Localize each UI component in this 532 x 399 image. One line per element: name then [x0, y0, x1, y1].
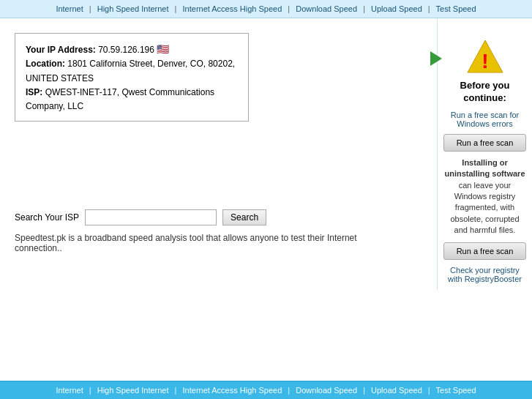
top-nav-sep-3: |: [288, 4, 290, 13]
ip-value: 70.59.126.196: [98, 45, 154, 55]
top-nav-sep-4: |: [363, 4, 365, 13]
top-nav-sep-1: |: [89, 4, 91, 13]
top-nav-sep-5: |: [428, 4, 430, 13]
bottom-nav-access[interactable]: Internet Access High Speed: [183, 386, 282, 395]
location-label: Location:: [26, 59, 65, 69]
bottom-sep-2: |: [175, 386, 177, 395]
top-nav-upload[interactable]: Upload Speed: [371, 4, 422, 13]
run-scan-button-2[interactable]: Run a free scan: [443, 242, 526, 260]
bottom-nav: Internet | High Speed Internet | Interne…: [0, 381, 532, 399]
before-continue-text: Before you continue:: [443, 80, 526, 105]
top-nav-access[interactable]: Internet Access High Speed: [183, 4, 282, 13]
scan-link[interactable]: Run a free scan for Windows errors: [443, 111, 526, 128]
bottom-sep-1: |: [89, 386, 91, 395]
sidebar-install-text: Installing or uninstalling software can …: [443, 157, 526, 236]
location-line: Location: 1801 California Street, Denver…: [26, 57, 238, 85]
bottom-sep-4: |: [363, 386, 365, 395]
bottom-sep-3: |: [288, 386, 290, 395]
search-button[interactable]: Search: [222, 209, 266, 225]
sidebar-install-strong: Installing or uninstalling software: [444, 158, 525, 178]
ip-info-box: Your IP Address: 70.59.126.196 🇺🇸 Locati…: [15, 33, 249, 122]
registry-link[interactable]: Check your registry with RegistryBooster: [443, 266, 526, 283]
ip-label: Your IP Address:: [26, 45, 96, 55]
right-sidebar: ! Before you continue: Run a free scan f…: [437, 18, 532, 291]
run-scan-button-1[interactable]: Run a free scan: [443, 134, 526, 152]
sidebar-install-rest: can leave your Windows registry fragment…: [450, 181, 519, 235]
warning-container: !: [466, 39, 504, 74]
search-label: Search Your ISP: [15, 212, 79, 223]
top-nav-download[interactable]: Download Speed: [296, 4, 357, 13]
bottom-nav-highspeed[interactable]: High Speed Internet: [97, 386, 169, 395]
bottom-nav-download[interactable]: Download Speed: [296, 386, 357, 395]
top-nav-internet[interactable]: Internet: [56, 4, 83, 13]
bottom-nav-testspeed[interactable]: Test Speed: [436, 386, 476, 395]
search-input[interactable]: [85, 209, 217, 225]
top-nav-sep-2: |: [175, 4, 177, 13]
top-nav-highspeed[interactable]: High Speed Internet: [97, 4, 169, 13]
main-wrapper: Your IP Address: 70.59.126.196 🇺🇸 Locati…: [0, 18, 532, 291]
top-nav-testspeed[interactable]: Test Speed: [436, 4, 476, 13]
search-area: Search Your ISP Search: [15, 209, 422, 225]
ip-line: Your IP Address: 70.59.126.196 🇺🇸: [26, 41, 238, 57]
top-nav: Internet | High Speed Internet | Interne…: [0, 0, 532, 18]
description-text: Speedtest.pk is a broadband speed analys…: [15, 233, 381, 253]
svg-text:!: !: [482, 50, 488, 72]
isp-line: ISP: QWEST-INET-117, Qwest Communication…: [26, 86, 238, 113]
bottom-sep-5: |: [428, 386, 430, 395]
bottom-nav-upload[interactable]: Upload Speed: [371, 386, 422, 395]
bottom-nav-internet[interactable]: Internet: [56, 386, 83, 395]
warning-icon: !: [466, 39, 504, 74]
isp-label: ISP:: [26, 87, 42, 97]
left-content: Your IP Address: 70.59.126.196 🇺🇸 Locati…: [0, 18, 437, 291]
green-arrow-icon: [430, 51, 442, 66]
flag-icon: 🇺🇸: [157, 43, 169, 55]
isp-value: QWEST-INET-117, Qwest Communications Com…: [26, 87, 214, 111]
